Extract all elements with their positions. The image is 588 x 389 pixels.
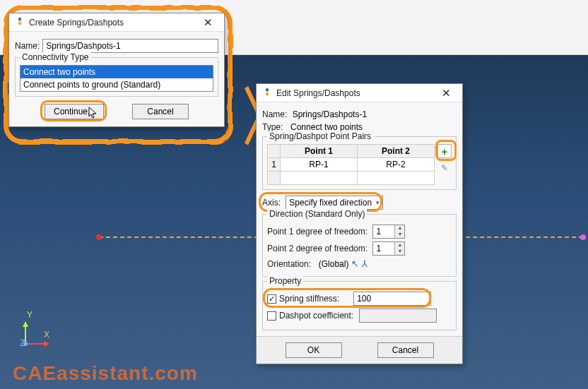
svg-marker-3 bbox=[44, 341, 49, 347]
d2-type-label: Type: bbox=[262, 122, 283, 132]
axis-triad: Y X Z bbox=[13, 331, 55, 362]
dialog1-titlebar[interactable]: Create Springs/Dashpots ✕ bbox=[9, 13, 224, 32]
axis-z-label: Z bbox=[20, 338, 25, 348]
d2-name-value: Springs/Dashpots-1 bbox=[293, 109, 367, 119]
option-connect-two-points[interactable]: Connect two points bbox=[20, 66, 213, 78]
option-connect-ground[interactable]: Connect points to ground (Standard) bbox=[20, 78, 213, 91]
dof1-spinner[interactable]: 1▲▼ bbox=[372, 225, 405, 239]
dialog1-title: Create Springs/Dashpots bbox=[29, 18, 197, 28]
d2-name-label: Name: bbox=[262, 109, 287, 119]
axis-select[interactable]: Specify fixed direction▾ bbox=[286, 196, 383, 210]
dialog2-titlebar[interactable]: Edit Springs/Dashpots ✕ bbox=[257, 84, 462, 102]
property-group: Property Spring stiffness: Dashpot coeff… bbox=[262, 281, 457, 330]
watermark: CAEassistant.com bbox=[13, 362, 198, 385]
spring-stiffness-checkbox[interactable] bbox=[267, 294, 276, 304]
col-point2: Point 2 bbox=[358, 145, 435, 158]
axis-y-label: Y bbox=[27, 310, 33, 320]
plus-icon: + bbox=[442, 145, 448, 157]
orientation-value: (Global) bbox=[319, 259, 349, 269]
reference-point-2 bbox=[580, 234, 586, 240]
point-pairs-legend: Spring/Dashpot Point Pairs bbox=[267, 131, 373, 141]
datum-icon[interactable]: ⅄ bbox=[362, 258, 368, 269]
cursor-icon bbox=[88, 107, 98, 119]
spring-stiffness-input[interactable] bbox=[353, 292, 431, 306]
edit-springs-dialog: Edit Springs/Dashpots ✕ Name: Springs/Da… bbox=[256, 83, 463, 364]
cell-p2[interactable]: RP-2 bbox=[358, 158, 435, 172]
cancel-button-1[interactable]: Cancel bbox=[132, 104, 189, 119]
close-icon[interactable]: ✕ bbox=[435, 87, 457, 100]
dof1-value: 1 bbox=[373, 225, 394, 238]
add-pair-button[interactable]: + bbox=[437, 144, 452, 158]
name-label: Name: bbox=[15, 41, 40, 51]
orientation-label: Orientation: bbox=[267, 259, 311, 269]
direction-legend: Direction (Standard Only) bbox=[267, 209, 367, 219]
axis-select-value: Specify fixed direction bbox=[289, 198, 372, 208]
pick-icon[interactable]: ↖ bbox=[351, 258, 359, 269]
reference-point-1 bbox=[96, 234, 102, 240]
dof2-value: 1 bbox=[373, 242, 394, 255]
connectivity-type-legend: Connectivity Type bbox=[20, 52, 91, 62]
chevron-up-icon[interactable]: ▲ bbox=[395, 225, 404, 232]
point-pairs-group: Spring/Dashpot Point Pairs Point 1Point … bbox=[262, 136, 457, 190]
app-icon bbox=[262, 87, 272, 99]
app-icon bbox=[15, 16, 25, 28]
chevron-down-icon[interactable]: ▼ bbox=[395, 249, 404, 255]
property-legend: Property bbox=[267, 276, 303, 286]
dof2-spinner[interactable]: 1▲▼ bbox=[372, 241, 405, 256]
close-icon[interactable]: ✕ bbox=[197, 16, 218, 29]
ok-button[interactable]: OK bbox=[286, 342, 342, 358]
connectivity-type-group: Connectivity Type Connect two points Con… bbox=[15, 57, 218, 97]
dashpot-coeff-label: Dashpot coefficient: bbox=[279, 311, 353, 321]
connectivity-type-list[interactable]: Connect two points Connect points to gro… bbox=[20, 65, 213, 92]
chevron-up-icon[interactable]: ▲ bbox=[395, 242, 404, 249]
cell-p1[interactable]: RP-1 bbox=[281, 158, 358, 172]
dof2-label: Point 2 degree of freedom: bbox=[267, 244, 368, 253]
chevron-down-icon[interactable]: ▼ bbox=[395, 232, 404, 238]
axis-x-label: X bbox=[44, 330, 49, 340]
spring-stiffness-label: Spring stiffness: bbox=[279, 294, 339, 304]
cancel-button-2[interactable]: Cancel bbox=[377, 342, 434, 358]
col-point1: Point 1 bbox=[281, 145, 358, 158]
dialog2-title: Edit Springs/Dashpots bbox=[276, 88, 435, 98]
dashpot-coeff-input[interactable] bbox=[359, 309, 437, 323]
create-springs-dialog: Create Springs/Dashpots ✕ Name: Connecti… bbox=[8, 13, 225, 127]
pencil-icon: ✎ bbox=[441, 163, 448, 173]
axis-label: Axis: bbox=[262, 198, 281, 208]
chevron-down-icon: ▾ bbox=[376, 199, 380, 206]
d2-type-value: Connect two points bbox=[290, 122, 363, 132]
dashpot-coeff-checkbox[interactable] bbox=[267, 311, 276, 321]
name-input[interactable] bbox=[42, 39, 218, 53]
point-pairs-table[interactable]: Point 1Point 2 1RP-1RP-2 bbox=[267, 144, 435, 185]
edit-pair-button[interactable]: ✎ bbox=[437, 161, 452, 175]
dof1-label: Point 1 degree of freedom: bbox=[267, 227, 368, 237]
direction-group: Direction (Standard Only) Point 1 degree… bbox=[262, 214, 457, 277]
row-index: 1 bbox=[268, 158, 281, 172]
